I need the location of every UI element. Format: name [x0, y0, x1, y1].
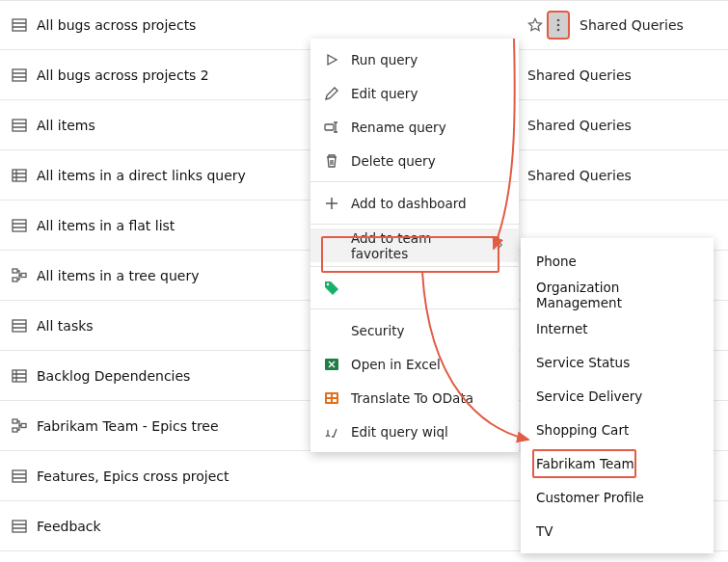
svg-marker-18 [328, 55, 337, 65]
query-type-icon [12, 118, 27, 133]
menu-separator [310, 266, 519, 267]
svg-rect-7 [13, 220, 26, 231]
svg-rect-10 [21, 273, 26, 277]
query-type-icon [12, 67, 27, 83]
svg-rect-15 [21, 423, 26, 427]
favorite-star-icon[interactable] [527, 17, 543, 33]
svg-rect-11 [13, 320, 26, 332]
svg-rect-13 [13, 419, 17, 423]
menu-separator [310, 181, 519, 182]
svg-rect-26 [333, 399, 337, 402]
query-type-icon [12, 218, 27, 233]
svg-rect-9 [13, 278, 17, 281]
menu-open-in-excel[interactable]: Open in Excel [310, 347, 519, 381]
menu-add-to-team-favorites[interactable]: Add to team favorites [310, 228, 519, 262]
team-favorites-submenu: PhoneOrganization ManagementInternetServ… [521, 238, 714, 553]
team-option[interactable]: TV [521, 514, 714, 548]
team-option[interactable]: Service Status [521, 345, 714, 379]
team-option[interactable]: Phone [521, 244, 714, 278]
menu-label: Edit query wiql [351, 424, 448, 440]
svg-rect-12 [13, 370, 26, 382]
svg-point-3 [557, 29, 560, 32]
team-option-label: Service Status [536, 355, 630, 370]
svg-rect-23 [327, 394, 331, 397]
menu-label: Open in Excel [351, 357, 441, 372]
svg-point-1 [557, 19, 560, 22]
play-icon [324, 52, 339, 67]
query-folder: Shared Queries [527, 67, 632, 83]
svg-rect-5 [13, 120, 26, 131]
query-name: Feedback [37, 519, 527, 534]
menu-label: Security [351, 323, 404, 338]
query-name: All bugs across projects [37, 17, 527, 33]
menu-translate-odata[interactable]: Translate To OData [310, 381, 519, 415]
query-type-icon [12, 268, 27, 283]
menu-delete-query[interactable]: Delete query [310, 144, 519, 177]
menu-tag-color[interactable] [310, 271, 519, 305]
svg-rect-24 [333, 394, 337, 397]
menu-label: Add to team favorites [351, 230, 482, 261]
query-type-icon [12, 468, 27, 484]
query-folder: Shared Queries [527, 168, 632, 183]
menu-label: Rename query [351, 120, 446, 135]
query-folder: Shared Queries [527, 118, 632, 133]
team-option-label: TV [536, 523, 553, 539]
blank-icon [324, 238, 339, 254]
svg-point-20 [327, 282, 329, 284]
menu-label: Add to dashboard [351, 196, 467, 211]
pencil-icon [324, 86, 339, 101]
query-context-menu: Run query Edit query Rename query Delete… [310, 39, 519, 452]
query-type-icon [12, 318, 27, 334]
menu-edit-query[interactable]: Edit query [310, 76, 519, 110]
svg-rect-6 [13, 170, 26, 181]
svg-rect-25 [327, 399, 331, 402]
team-option-label: Fabrikam Team [536, 456, 634, 471]
plus-icon [324, 196, 339, 211]
svg-rect-14 [13, 428, 17, 432]
menu-rename-query[interactable]: Rename query [310, 110, 519, 144]
team-option[interactable]: Service Delivery [521, 379, 714, 413]
menu-run-query[interactable]: Run query [310, 42, 519, 76]
menu-separator [310, 308, 519, 309]
team-option[interactable]: Customer Profile [521, 480, 714, 514]
chevron-right-icon [494, 238, 505, 254]
query-folder: Shared Queries [580, 17, 684, 33]
rename-icon [324, 120, 339, 135]
team-option[interactable]: Internet [521, 311, 714, 345]
svg-point-2 [557, 24, 560, 27]
blank-icon [324, 323, 339, 338]
svg-rect-17 [13, 521, 26, 532]
menu-label: Delete query [351, 153, 436, 169]
svg-rect-4 [13, 69, 26, 81]
menu-label: Run query [351, 52, 418, 67]
query-type-icon [12, 168, 27, 183]
menu-edit-wiql[interactable]: Edit query wiql [310, 415, 519, 448]
team-option-label: Internet [536, 321, 588, 336]
menu-security[interactable]: Security [310, 313, 519, 347]
team-option-label: Phone [536, 254, 577, 269]
svg-rect-22 [325, 392, 338, 404]
query-type-icon [12, 519, 27, 534]
team-option[interactable]: Shopping Cart [521, 413, 714, 446]
team-option[interactable]: Fabrikam Team [521, 446, 714, 480]
query-type-icon [12, 17, 27, 33]
team-option-label: Organization Management [536, 280, 698, 310]
menu-label: Translate To OData [351, 390, 473, 406]
team-option-label: Customer Profile [536, 490, 644, 505]
query-type-icon [12, 368, 27, 384]
query-type-icon [12, 418, 27, 434]
excel-icon [324, 357, 339, 372]
more-actions-button[interactable] [549, 13, 568, 38]
menu-add-to-dashboard[interactable]: Add to dashboard [310, 186, 519, 220]
team-option-label: Shopping Cart [536, 422, 629, 438]
svg-rect-16 [13, 470, 26, 482]
svg-rect-19 [325, 124, 334, 130]
wiql-icon [324, 424, 339, 440]
svg-rect-8 [13, 269, 17, 273]
tag-icon [324, 281, 339, 296]
menu-separator [310, 224, 519, 225]
team-option-label: Service Delivery [536, 388, 642, 404]
team-option[interactable]: Organization Management [521, 278, 714, 311]
svg-rect-0 [13, 19, 26, 31]
query-name: Features, Epics cross project [37, 468, 527, 484]
